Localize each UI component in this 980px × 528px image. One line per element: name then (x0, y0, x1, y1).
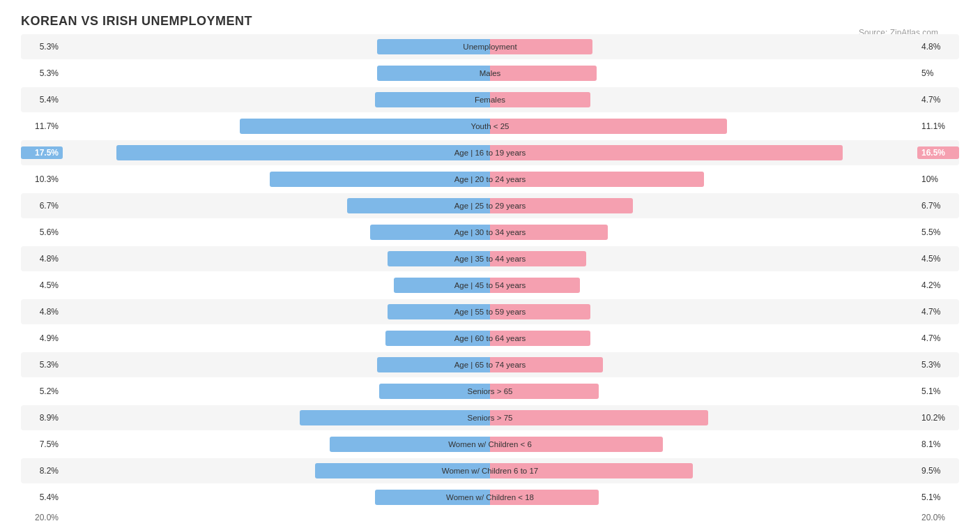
axis-left-label: 20.0% (21, 513, 63, 522)
bar-section: Unemployment (63, 34, 917, 59)
korean-value: 10.3% (21, 174, 63, 184)
korean-value: 4.9% (21, 333, 63, 343)
korean-bar (116, 145, 490, 160)
irish-value: 11.1% (917, 121, 959, 131)
irish-value: 4.5% (917, 254, 959, 264)
irish-bar (490, 39, 592, 54)
chart-row: 4.5% Age | 45 to 54 years 4.2% (21, 273, 959, 298)
korean-value: 4.5% (21, 280, 63, 290)
irish-value: 4.7% (917, 95, 959, 105)
korean-value: 5.3% (21, 42, 63, 52)
korean-bar (377, 39, 490, 54)
korean-value: 5.3% (21, 360, 63, 370)
korean-value: 4.8% (21, 307, 63, 317)
korean-value: 5.4% (21, 95, 63, 105)
irish-bar (490, 225, 608, 240)
korean-bar (330, 437, 490, 452)
chart-row: 17.5% Age | 16 to 19 years 16.5% (21, 140, 959, 165)
irish-bar (490, 198, 633, 213)
bar-section: Age | 55 to 59 years (63, 299, 917, 324)
irish-bar (490, 278, 580, 293)
irish-value: 4.7% (917, 333, 959, 343)
irish-bar (490, 145, 843, 160)
chart-row: 4.8% Age | 55 to 59 years 4.7% (21, 299, 959, 324)
irish-bar (490, 357, 603, 372)
irish-bar (490, 304, 590, 319)
korean-value: 17.5% (21, 146, 63, 159)
chart-row: 4.8% Age | 35 to 44 years 4.5% (21, 246, 959, 271)
bar-section: Women w/ Children < 18 (63, 485, 917, 510)
bar-section: Women w/ Children < 6 (63, 432, 917, 457)
korean-bar (379, 384, 490, 399)
korean-value: 5.4% (21, 492, 63, 502)
irish-bar (490, 410, 708, 425)
irish-value: 9.5% (917, 466, 959, 476)
irish-value: 16.5% (917, 146, 959, 159)
korean-bar (385, 331, 490, 346)
korean-bar (347, 198, 490, 213)
chart-row: 6.7% Age | 25 to 29 years 6.7% (21, 193, 959, 218)
bar-section: Age | 25 to 29 years (63, 193, 917, 218)
bar-section: Age | 45 to 54 years (63, 273, 917, 298)
irish-bar (490, 463, 693, 478)
irish-bar (490, 384, 599, 399)
chart-row: 11.7% Youth < 25 11.1% (21, 114, 959, 139)
korean-bar (377, 66, 490, 81)
korean-bar (388, 304, 490, 319)
irish-bar (490, 251, 586, 266)
irish-value: 5.3% (917, 360, 959, 370)
chart-row: 8.9% Seniors > 75 10.2% (21, 405, 959, 430)
korean-value: 4.8% (21, 254, 63, 264)
chart-row: 8.2% Women w/ Children 6 to 17 9.5% (21, 458, 959, 483)
irish-value: 6.7% (917, 201, 959, 211)
chart-row: 4.9% Age | 60 to 64 years 4.7% (21, 326, 959, 351)
korean-bar (394, 278, 490, 293)
chart-row: 7.5% Women w/ Children < 6 8.1% (21, 432, 959, 457)
chart-title: KOREAN VS IRISH UNEMPLOYMENT (21, 14, 959, 29)
irish-value: 4.2% (917, 280, 959, 290)
bar-section: Age | 35 to 44 years (63, 246, 917, 271)
bar-section: Males (63, 61, 917, 86)
korean-bar (240, 119, 490, 134)
bar-section: Females (63, 87, 917, 112)
bar-section: Age | 30 to 34 years (63, 220, 917, 245)
chart-row: 5.2% Seniors > 65 5.1% (21, 379, 959, 404)
chart-row: 5.3% Males 5% (21, 61, 959, 86)
bar-section: Age | 20 to 24 years (63, 167, 917, 192)
irish-value: 8.1% (917, 439, 959, 449)
chart-area: 5.3% Unemployment 4.8% 5.3% Males 5% 5.4… (21, 34, 959, 510)
korean-bar (375, 92, 491, 107)
korean-bar (388, 251, 490, 266)
irish-value: 4.8% (917, 42, 959, 52)
chart-row: 5.4% Females 4.7% (21, 87, 959, 112)
irish-value: 5.1% (917, 386, 959, 396)
axis-row: 20.0% 20.0% (21, 513, 959, 522)
irish-bar (490, 331, 590, 346)
korean-value: 7.5% (21, 439, 63, 449)
bar-section: Age | 65 to 74 years (63, 352, 917, 377)
chart-row: 5.6% Age | 30 to 34 years 5.5% (21, 220, 959, 245)
chart-row: 5.3% Unemployment 4.8% (21, 34, 959, 59)
chart-row: 5.3% Age | 65 to 74 years 5.3% (21, 352, 959, 377)
korean-value: 5.3% (21, 68, 63, 78)
irish-bar (490, 92, 590, 107)
irish-value: 5.1% (917, 492, 959, 502)
irish-bar (490, 437, 663, 452)
irish-value: 5% (917, 68, 959, 78)
korean-value: 6.7% (21, 201, 63, 211)
bar-section: Youth < 25 (63, 114, 917, 139)
bar-section: Seniors > 75 (63, 405, 917, 430)
irish-bar (490, 172, 704, 187)
irish-bar (490, 119, 727, 134)
korean-value: 5.2% (21, 386, 63, 396)
bar-section: Seniors > 65 (63, 379, 917, 404)
irish-value: 5.5% (917, 227, 959, 237)
bar-section: Women w/ Children 6 to 17 (63, 458, 917, 483)
chart-row: 10.3% Age | 20 to 24 years 10% (21, 167, 959, 192)
korean-value: 8.2% (21, 466, 63, 476)
korean-bar (370, 225, 490, 240)
bar-section: Age | 16 to 19 years (63, 140, 917, 165)
irish-value: 10% (917, 174, 959, 184)
korean-bar (377, 357, 490, 372)
bar-section: Age | 60 to 64 years (63, 326, 917, 351)
